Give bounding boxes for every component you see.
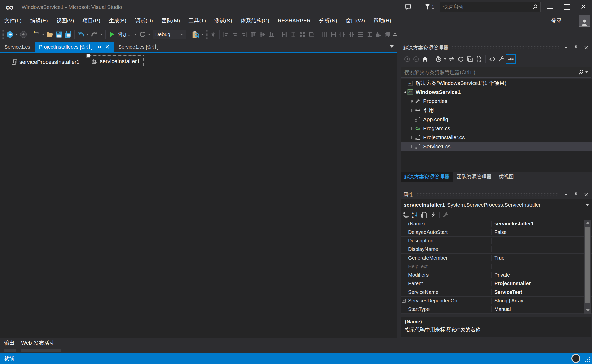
properties-view-button[interactable] bbox=[420, 211, 428, 219]
window-position-menu[interactable] bbox=[563, 44, 569, 51]
property-row-starttype[interactable]: StartType Manual bbox=[401, 305, 592, 314]
tab-projectinstaller-designer[interactable]: ProjectInstaller.cs [设计] bbox=[35, 42, 114, 52]
make-vertical-spacing-equal-button[interactable] bbox=[356, 29, 365, 40]
tab-class-view[interactable]: 类视图 bbox=[495, 172, 517, 182]
search-options-dropdown[interactable] bbox=[585, 71, 588, 73]
tree-item-service1-cs[interactable]: Service1.cs bbox=[401, 142, 592, 151]
menu-debug[interactable]: 调试(D) bbox=[131, 14, 157, 27]
feedback-status-circle[interactable] bbox=[571, 354, 580, 363]
window-resize-grip[interactable] bbox=[589, 361, 590, 362]
scroll-down-arrow[interactable] bbox=[584, 307, 591, 314]
menu-help[interactable]: 帮助(H) bbox=[369, 14, 396, 27]
property-pages-button[interactable] bbox=[442, 211, 450, 219]
expander-collapsed-icon[interactable] bbox=[410, 99, 415, 103]
align-bottoms-button[interactable] bbox=[267, 29, 276, 40]
properties-header[interactable]: 属性 bbox=[401, 190, 592, 199]
make-same-height-button[interactable] bbox=[289, 29, 298, 40]
pin-icon[interactable] bbox=[96, 44, 101, 49]
se-navigate-forward-button[interactable] bbox=[412, 54, 421, 64]
close-panel-button[interactable] bbox=[583, 44, 589, 51]
pending-changes-filter-button[interactable] bbox=[434, 54, 443, 64]
solution-explorer-search-box[interactable] bbox=[401, 67, 591, 78]
undo-dropdown[interactable] bbox=[86, 34, 89, 35]
property-row-displayname[interactable]: DisplayName bbox=[401, 245, 592, 254]
navigate-forward-button[interactable] bbox=[19, 29, 28, 40]
events-button[interactable] bbox=[429, 211, 437, 219]
view-code-button[interactable] bbox=[488, 54, 497, 64]
property-row-generatemember[interactable]: GenerateMember True bbox=[401, 254, 592, 262]
expander-collapsed-icon[interactable] bbox=[410, 144, 415, 149]
web-publish-tab-indicator[interactable] bbox=[21, 349, 61, 352]
tab-service1-cs[interactable]: Service1.cs bbox=[0, 42, 35, 52]
size-to-grid-button[interactable] bbox=[307, 29, 316, 40]
close-icon[interactable] bbox=[105, 44, 110, 49]
refresh-button[interactable] bbox=[456, 54, 465, 64]
menu-resharper[interactable]: RESHARPER bbox=[273, 14, 315, 27]
navigate-backward-dropdown[interactable] bbox=[15, 34, 18, 35]
save-button[interactable] bbox=[55, 29, 63, 40]
layout-toolbar-drag-grip[interactable] bbox=[206, 30, 208, 39]
open-file-button[interactable] bbox=[46, 29, 54, 40]
decrease-horizontal-spacing-button[interactable] bbox=[338, 29, 347, 40]
menu-analyze[interactable]: 分析(N) bbox=[315, 14, 341, 27]
remove-horizontal-spacing-button[interactable] bbox=[347, 29, 356, 40]
property-value[interactable]: Private bbox=[492, 272, 592, 278]
object-selector-combo[interactable]: serviceInstaller1 System.ServiceProcess.… bbox=[401, 199, 592, 210]
tree-item-windowsservice1-project[interactable]: C# WindowsService1 bbox=[401, 88, 592, 97]
tab-output[interactable]: 输出 bbox=[4, 339, 15, 346]
find-in-files-button[interactable] bbox=[191, 29, 200, 40]
attach-label[interactable]: 附加... bbox=[118, 31, 132, 38]
tree-item-properties[interactable]: Properties bbox=[401, 97, 592, 106]
align-rights-button[interactable] bbox=[240, 29, 248, 40]
expander-expanded-icon[interactable] bbox=[403, 90, 407, 94]
tree-item-app-config[interactable]: App.config bbox=[401, 115, 592, 124]
sign-in-link[interactable]: 登录 bbox=[551, 14, 562, 27]
start-debug-button[interactable] bbox=[108, 29, 116, 40]
tree-item-projectinstaller-cs[interactable]: ProjectInstaller.cs bbox=[401, 133, 592, 142]
filter-dropdown[interactable] bbox=[444, 58, 446, 60]
solution-configuration-combo[interactable]: Debug bbox=[153, 30, 186, 39]
collapse-all-button[interactable] bbox=[465, 54, 474, 64]
menu-file[interactable]: 文件(F) bbox=[0, 14, 26, 27]
se-navigate-backward-button[interactable] bbox=[403, 54, 412, 64]
property-row-description[interactable]: Description bbox=[401, 237, 592, 245]
user-avatar[interactable] bbox=[579, 15, 590, 27]
increase-vertical-spacing-button[interactable] bbox=[365, 29, 374, 40]
home-button[interactable] bbox=[421, 54, 430, 64]
output-tab-indicator[interactable] bbox=[4, 349, 16, 352]
menu-test[interactable]: 测试(S) bbox=[210, 14, 236, 27]
designer-surface[interactable]: serviceProcessInstaller1 serviceInstalle… bbox=[0, 53, 397, 338]
property-row-servicename[interactable]: ServiceName ServiceTest bbox=[401, 288, 592, 297]
sync-with-active-document-button[interactable] bbox=[447, 54, 456, 64]
close-button[interactable] bbox=[575, 0, 591, 13]
tab-service1-designer[interactable]: Service1.cs [设计] bbox=[114, 42, 163, 52]
properties-button[interactable] bbox=[497, 54, 506, 64]
align-centers-button[interactable] bbox=[231, 29, 239, 40]
scroll-up-arrow[interactable] bbox=[584, 220, 591, 226]
property-row-delayedautostart[interactable]: DelayedAutoStart False bbox=[401, 228, 592, 237]
new-file-dropdown[interactable] bbox=[42, 34, 44, 35]
quick-launch-box[interactable] bbox=[440, 2, 541, 12]
property-value[interactable]: String[] Array bbox=[492, 298, 592, 304]
redo-button[interactable] bbox=[90, 29, 99, 40]
property-value[interactable]: Manual bbox=[492, 306, 592, 312]
property-grid-scrollbar[interactable] bbox=[584, 220, 591, 314]
tree-item-program-cs[interactable]: C# Program.cs bbox=[401, 124, 592, 133]
expand-plus-icon[interactable] bbox=[402, 299, 406, 303]
feedback-button[interactable] bbox=[403, 2, 414, 12]
tree-item-references[interactable]: 引用 bbox=[401, 106, 592, 115]
align-middles-button[interactable] bbox=[258, 29, 267, 40]
property-row-helptext[interactable]: HelpText bbox=[401, 262, 592, 271]
categorized-button[interactable] bbox=[402, 211, 410, 219]
make-same-width-button[interactable] bbox=[280, 29, 288, 40]
solution-explorer-header[interactable]: 解决方案资源管理器 bbox=[401, 43, 592, 52]
bring-to-front-button[interactable] bbox=[374, 29, 383, 40]
show-all-files-button[interactable] bbox=[474, 54, 483, 64]
align-tops-button[interactable] bbox=[249, 29, 257, 40]
save-all-button[interactable] bbox=[64, 29, 72, 40]
increase-horizontal-spacing-button[interactable] bbox=[329, 29, 338, 40]
make-horizontal-spacing-equal-button[interactable] bbox=[320, 29, 328, 40]
menu-window[interactable]: 窗口(W) bbox=[341, 14, 369, 27]
tab-team-explorer[interactable]: 团队资源管理器 bbox=[453, 172, 495, 182]
expander-collapsed-icon[interactable] bbox=[410, 126, 415, 131]
